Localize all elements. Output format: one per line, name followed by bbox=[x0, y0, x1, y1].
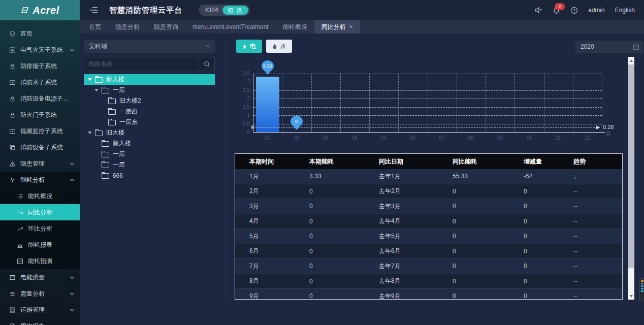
search-icon[interactable] bbox=[199, 57, 214, 71]
v-gridline bbox=[428, 74, 428, 132]
sidebar-item-label: 防排烟子系统 bbox=[20, 62, 75, 71]
sidebar-item-10[interactable]: 电能质量 bbox=[0, 269, 80, 285]
tab-item-0[interactable]: 首页 bbox=[82, 20, 108, 34]
y-axis-tick: 0 bbox=[235, 129, 250, 135]
company-select[interactable]: 安科瑞 bbox=[84, 40, 215, 53]
sidebar-item-5[interactable]: 防火门子系统 bbox=[0, 107, 80, 123]
water-toggle-button[interactable]: 水 bbox=[266, 40, 292, 53]
table-cell: 去年1月 bbox=[365, 169, 438, 184]
scrollbar-thumb[interactable] bbox=[628, 64, 634, 268]
v-gridline bbox=[340, 74, 341, 132]
sidebar-item-7[interactable]: 消防设备子系统 bbox=[0, 139, 80, 155]
tree-node-label: 一层西 bbox=[119, 107, 138, 116]
sidebar-item-0[interactable]: 首页 bbox=[0, 25, 80, 42]
sidebar-subitem-9-4[interactable]: 能耗预测 bbox=[0, 253, 80, 269]
table-cell: 0 bbox=[509, 274, 559, 289]
tree-caret-icon[interactable] bbox=[88, 132, 92, 134]
sidebar-item-2[interactable]: 防排烟子系统 bbox=[0, 58, 80, 74]
table-cell: 7月 bbox=[235, 259, 295, 274]
trend-cell: -- bbox=[559, 289, 622, 300]
sidebar-item-4[interactable]: 消防设备电源子系统 bbox=[0, 90, 80, 107]
tab-item-1[interactable]: 隐患分析 bbox=[108, 20, 147, 34]
acrel-logo-icon bbox=[20, 6, 29, 14]
tree-node-0[interactable]: 新大楼 bbox=[84, 74, 215, 85]
trend-cell: -- bbox=[559, 214, 622, 229]
sidebar-subitem-9-2[interactable]: 环比分析 bbox=[0, 220, 80, 237]
table-cell: 0 bbox=[295, 214, 365, 229]
user-menu[interactable]: admin bbox=[588, 7, 605, 14]
table-cell: 0 bbox=[438, 229, 509, 244]
tree-node-6[interactable]: 新大楼 bbox=[84, 138, 215, 149]
trend-none-glyph: -- bbox=[573, 233, 577, 240]
sidebar-item-13[interactable]: 用电报告 bbox=[0, 318, 80, 325]
x-axis-tick: 01 bbox=[257, 135, 278, 141]
sidebar-item-6[interactable]: 视频监控子系统 bbox=[0, 123, 80, 139]
tree-node-9[interactable]: 666 bbox=[84, 170, 215, 181]
droplet-icon bbox=[272, 43, 277, 50]
tree-node-1[interactable]: 一层 bbox=[84, 85, 215, 95]
help-icon[interactable]: ? bbox=[570, 7, 578, 14]
tab-item-5[interactable]: 同比分析× bbox=[314, 20, 360, 34]
bell-icon[interactable]: 2 bbox=[553, 7, 560, 14]
sidebar-item-label: 防火门子系统 bbox=[20, 111, 75, 119]
tree-node-4[interactable]: 一层东 bbox=[84, 117, 215, 127]
tree-node-label: 新大楼 bbox=[106, 75, 124, 84]
vertical-scrollbar[interactable] bbox=[628, 57, 634, 300]
scroll-up-icon[interactable] bbox=[628, 57, 634, 64]
trend-none-glyph: -- bbox=[573, 248, 577, 255]
table-cell: -52 bbox=[509, 169, 559, 184]
scroll-down-icon[interactable] bbox=[628, 292, 634, 300]
sidebar-group: 能耗分析能耗概况同比分析环比分析能耗报表能耗预测 bbox=[0, 172, 80, 269]
sidebar-subitem-label: 能耗报表 bbox=[28, 241, 52, 249]
tab-item-4[interactable]: 能耗概况 bbox=[276, 20, 314, 34]
sidebar-item-9[interactable]: 能耗分析 bbox=[0, 172, 80, 188]
tab-close-icon[interactable]: × bbox=[349, 23, 353, 30]
folder-icon bbox=[108, 120, 116, 125]
app-screen: Acrel 首页电气火灾子系统防排烟子系统消防水子系统消防设备电源子系统防火门子… bbox=[0, 0, 644, 325]
x-axis-tick: 06 bbox=[403, 135, 423, 141]
electric-toggle-button[interactable]: 电 bbox=[236, 40, 262, 53]
sidebar-item-11[interactable]: 需量分析 bbox=[0, 285, 80, 302]
sidebar-subitem-label: 能耗概况 bbox=[28, 192, 52, 201]
table-cell: 0 bbox=[295, 244, 365, 259]
tree-caret-icon[interactable] bbox=[94, 89, 99, 91]
sidebar-item-1[interactable]: 电气火灾子系统 bbox=[0, 42, 80, 58]
tree-node-8[interactable]: 一层 bbox=[84, 159, 215, 170]
tab-item-3[interactable]: menu.event.eventTreatment bbox=[185, 20, 276, 34]
tree-caret-icon[interactable] bbox=[88, 78, 92, 81]
sidebar-subitem-9-1[interactable]: 同比分析 bbox=[0, 204, 80, 220]
folder-icon bbox=[102, 173, 109, 179]
trend-down-icon bbox=[17, 209, 23, 216]
tree-node-3[interactable]: 一层西 bbox=[84, 106, 215, 117]
pulse-icon bbox=[9, 177, 16, 183]
trend-cell: -- bbox=[559, 184, 622, 199]
table-cell: 0 bbox=[509, 214, 559, 229]
tree-node-2[interactable]: 旧大楼2 bbox=[84, 95, 215, 106]
y-axis-tick: 2.5 bbox=[235, 87, 250, 93]
water-label: 水 bbox=[280, 42, 286, 51]
comparison-table-container: 本期时间本期能耗同比日期同比能耗增减量趋势 1月3.33去年1月55.33-52… bbox=[235, 153, 623, 300]
year-picker[interactable]: 2020 bbox=[575, 41, 643, 53]
sidebar-subitem-9-0[interactable]: 能耗概况 bbox=[0, 188, 80, 204]
table-cell: 去年9月 bbox=[365, 289, 438, 300]
tree-node-7[interactable]: 一层 bbox=[84, 149, 215, 159]
sidebar-item-3[interactable]: 消防水子系统 bbox=[0, 74, 80, 90]
menu-collapse-icon[interactable] bbox=[90, 7, 98, 14]
tree-node-5[interactable]: 旧大楼 bbox=[84, 127, 215, 138]
sidebar-item-12[interactable]: 运维管理 bbox=[0, 302, 80, 318]
table-header-cell: 增减量 bbox=[509, 154, 559, 169]
tab-item-2[interactable]: 隐患查询 bbox=[147, 20, 185, 34]
language-switch[interactable]: English bbox=[615, 7, 635, 14]
home-icon bbox=[9, 30, 16, 37]
speaker-icon[interactable] bbox=[534, 7, 542, 14]
sidebar-subitem-label: 环比分析 bbox=[28, 224, 52, 233]
sidebar-subitem-9-3[interactable]: 能耗报表 bbox=[0, 237, 80, 253]
search-input[interactable] bbox=[84, 57, 199, 71]
chevron-down-icon bbox=[70, 292, 75, 296]
average-line bbox=[253, 127, 595, 128]
sidebar-item-8[interactable]: 隐患管理 bbox=[0, 155, 80, 172]
x-axis-tick: 08 bbox=[461, 135, 481, 141]
table-cell: 0 bbox=[509, 244, 559, 259]
v-gridline bbox=[573, 74, 573, 132]
switch-button[interactable]: 切 换 bbox=[222, 6, 248, 15]
